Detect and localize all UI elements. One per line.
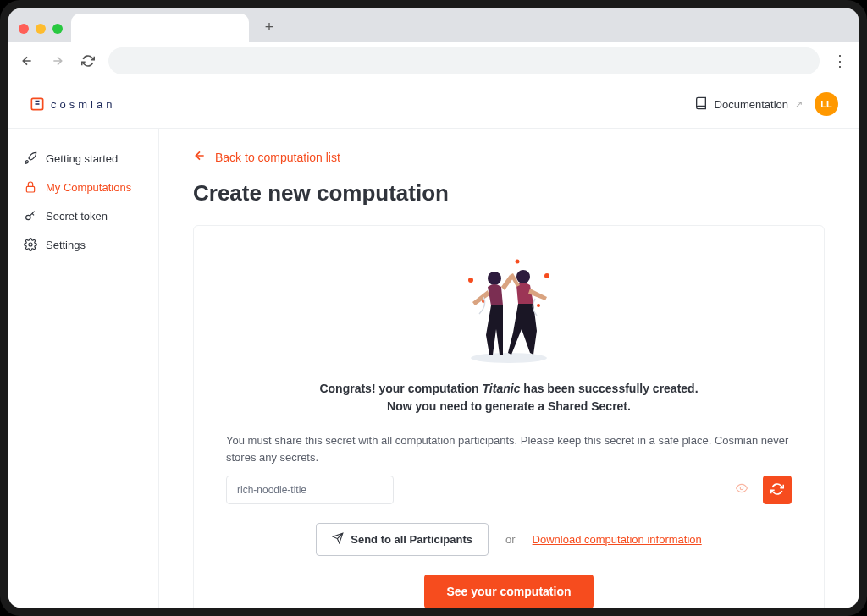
- secret-input[interactable]: [226, 476, 394, 504]
- sidebar-item-label: My Computations: [46, 181, 131, 194]
- sidebar-item-secret-token[interactable]: Secret token: [8, 201, 158, 230]
- svg-point-2: [26, 215, 30, 219]
- reload-icon[interactable]: [78, 51, 98, 71]
- new-tab-button[interactable]: +: [257, 15, 281, 39]
- window-controls: [19, 24, 71, 42]
- header-right: Documentation ↗ LL: [694, 92, 838, 116]
- main-content: Back to computation list Create new comp…: [159, 129, 859, 608]
- svg-point-5: [468, 278, 473, 283]
- app-header: cosmian Documentation ↗ LL: [8, 80, 859, 129]
- actions-row: Send to all Participants or Download com…: [218, 523, 800, 556]
- sidebar-item-getting-started[interactable]: Getting started: [8, 144, 158, 173]
- browser-tab[interactable]: [71, 14, 249, 42]
- success-card: Congrats! your computation Titanic has b…: [193, 225, 825, 608]
- congrats-message: Congrats! your computation Titanic has b…: [218, 380, 800, 415]
- book-icon: [694, 96, 708, 113]
- or-text: or: [505, 533, 516, 546]
- address-bar[interactable]: [108, 47, 820, 74]
- sidebar-item-label: Secret token: [46, 210, 108, 223]
- svg-rect-1: [26, 186, 34, 192]
- svg-point-6: [544, 273, 549, 278]
- brand-name: cosmian: [51, 98, 115, 111]
- back-link-label: Back to computation list: [215, 151, 340, 164]
- sidebar: Getting started My Computations Secret t…: [8, 129, 159, 608]
- congrats-text-prefix: Congrats! your computation: [319, 382, 482, 395]
- svg-point-7: [516, 260, 520, 264]
- app-body: Getting started My Computations Secret t…: [8, 129, 859, 608]
- sidebar-item-settings[interactable]: Settings: [8, 230, 158, 259]
- browser-chrome: + ⋮: [8, 8, 859, 80]
- page-title: Create new computation: [193, 180, 825, 206]
- send-button-label: Send to all Participants: [351, 533, 472, 546]
- computation-name: Titanic: [483, 382, 521, 395]
- svg-point-12: [740, 487, 743, 490]
- congrats-text-suffix: has been successfully created.: [520, 382, 698, 395]
- celebration-illustration: [218, 255, 800, 365]
- svg-point-4: [471, 353, 547, 363]
- rocket-icon: [24, 151, 37, 165]
- maximize-window-icon[interactable]: [52, 24, 63, 34]
- nav-back-icon[interactable]: [17, 51, 37, 71]
- send-participants-button[interactable]: Send to all Participants: [316, 523, 489, 556]
- documentation-link[interactable]: Documentation ↗: [694, 96, 803, 113]
- svg-point-10: [488, 272, 501, 285]
- info-text: You must share this secret with all comp…: [218, 432, 800, 465]
- brand-logo[interactable]: cosmian: [29, 96, 115, 113]
- svg-point-11: [516, 270, 530, 283]
- sidebar-item-my-computations[interactable]: My Computations: [8, 173, 158, 201]
- tab-bar: +: [8, 8, 859, 42]
- secret-input-wrapper: [226, 476, 756, 504]
- sidebar-item-label: Getting started: [46, 152, 118, 165]
- primary-cta-wrapper: See your computation: [218, 575, 800, 608]
- arrow-left-icon: [193, 149, 207, 165]
- secret-row: [218, 476, 800, 504]
- regenerate-button[interactable]: [763, 476, 792, 504]
- documentation-label: Documentation: [715, 98, 788, 111]
- nav-forward-icon[interactable]: [47, 51, 68, 71]
- external-link-icon: ↗: [795, 99, 803, 110]
- minimize-window-icon[interactable]: [36, 24, 46, 34]
- key-icon: [24, 209, 37, 223]
- send-icon: [332, 532, 344, 547]
- gear-icon: [24, 238, 37, 251]
- congrats-line2: Now you need to generate a Shared Secret…: [387, 399, 631, 413]
- browser-menu-icon[interactable]: ⋮: [830, 51, 850, 71]
- svg-point-9: [537, 304, 540, 307]
- address-bar-row: ⋮: [8, 42, 859, 80]
- logo-icon: [29, 96, 46, 113]
- lock-icon: [24, 180, 37, 194]
- sidebar-item-label: Settings: [46, 239, 86, 251]
- app-root: cosmian Documentation ↗ LL: [8, 80, 859, 608]
- download-info-link[interactable]: Download computation information: [533, 533, 702, 546]
- refresh-icon: [770, 482, 784, 498]
- avatar[interactable]: LL: [815, 92, 838, 116]
- eye-icon[interactable]: [736, 482, 748, 498]
- close-window-icon[interactable]: [19, 24, 29, 34]
- see-computation-button[interactable]: See your computation: [424, 575, 593, 608]
- back-link[interactable]: Back to computation list: [193, 149, 825, 165]
- svg-point-3: [29, 243, 32, 246]
- device-frame: + ⋮ cosmian: [0, 0, 867, 616]
